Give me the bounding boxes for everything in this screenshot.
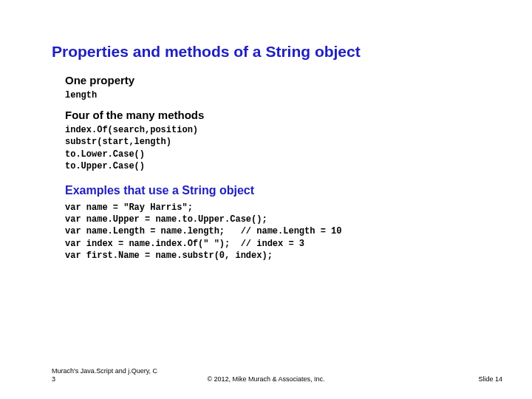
code-one-property: length (65, 89, 480, 101)
slide-content: Properties and methods of a String objec… (0, 0, 532, 262)
code-four-methods: index.Of(search,position) substr(start,l… (65, 124, 480, 172)
slide-title: Properties and methods of a String objec… (52, 43, 480, 61)
footer-right-text: Slide 14 (478, 375, 502, 383)
footer-left-text: Murach's Java.Script and j.Query, C 3 (52, 367, 163, 383)
section-heading-examples: Examples that use a String object (65, 184, 480, 197)
code-examples: var name = "Ray Harris"; var name.Upper … (65, 202, 480, 262)
footer-center-text: © 2012, Mike Murach & Associates, Inc. (207, 375, 324, 383)
section-heading-four-methods: Four of the many methods (65, 109, 480, 121)
slide-footer: Murach's Java.Script and j.Query, C 3 © … (0, 367, 532, 383)
section-heading-one-property: One property (65, 74, 480, 86)
